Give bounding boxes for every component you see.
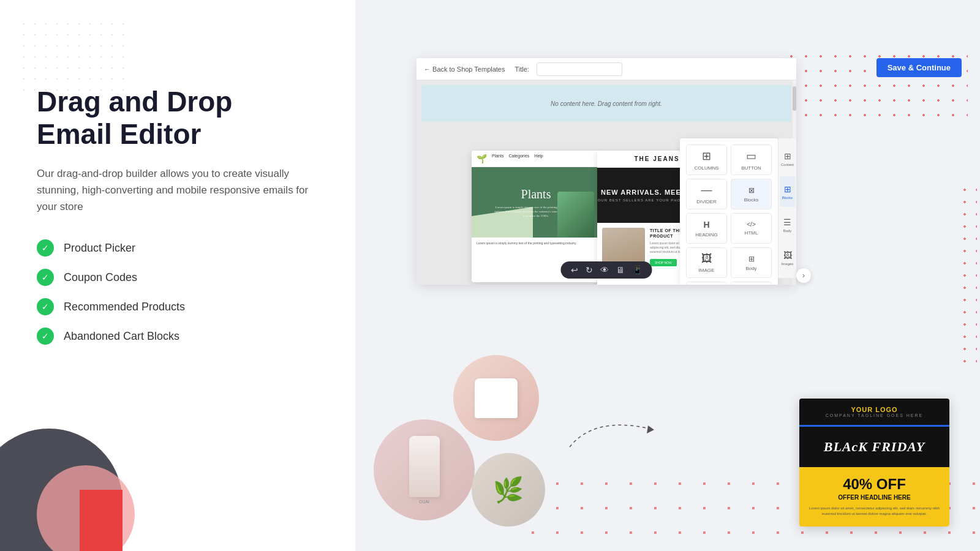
plants-hero: Plants Lorem ipsum is simply dummy text … xyxy=(472,167,600,238)
preview-button[interactable]: 👁 xyxy=(600,265,609,275)
feature-label: Coupon Codes xyxy=(64,271,137,284)
desktop-view-button[interactable]: 🖥 xyxy=(616,265,625,275)
mug-image xyxy=(475,378,518,418)
svg-marker-0 xyxy=(647,425,654,433)
block-html[interactable]: </> HTML xyxy=(731,213,772,244)
content-tab-icon: ⊞ xyxy=(784,151,791,161)
tab-body[interactable]: ☰ Body xyxy=(780,209,796,240)
tab-content[interactable]: ⊞ Content xyxy=(780,143,796,174)
block-image[interactable]: 🖼 IMAGE xyxy=(686,247,727,278)
bf-offer-headline: OFFER HEADLINE HERE xyxy=(807,494,942,501)
decorative-rect-red xyxy=(80,490,123,551)
check-icon: ✓ xyxy=(37,239,54,257)
tab-images[interactable]: 🖼 Images xyxy=(780,242,796,273)
plant-image: 🌿 xyxy=(493,476,524,504)
block-social[interactable]: 👤 SOCIAL xyxy=(731,282,772,285)
heading-icon: H xyxy=(703,220,709,230)
plants-title: Plants xyxy=(521,187,551,201)
back-to-templates-link[interactable]: ← Back to Shop Templates xyxy=(424,66,505,73)
block-divider[interactable]: — DIVIDER xyxy=(686,179,727,209)
editor-topbar: ← Back to Shop Templates Title: xyxy=(417,58,796,80)
bf-logo: YOUR LOGO xyxy=(807,406,942,413)
list-item: ✓ Product Picker xyxy=(37,239,318,257)
dashed-arrow xyxy=(557,392,680,465)
image-icon: 🖼 xyxy=(701,252,712,265)
images-tab-icon: 🖼 xyxy=(783,250,792,260)
block-button[interactable]: ▭ BUTTON xyxy=(731,144,772,175)
mobile-view-button[interactable]: 📱 xyxy=(632,265,643,275)
feature-list: ✓ Product Picker ✓ Coupon Codes ✓ Recomm… xyxy=(37,239,318,345)
sidebar-tabs: ⊞ Content ⊞ Blocks ☰ Body 🖼 Images xyxy=(778,138,796,278)
list-item: ✓ Coupon Codes xyxy=(37,269,318,286)
content-tab-label: Content xyxy=(781,163,794,167)
block-body[interactable]: ⊠ Blocks xyxy=(731,179,772,209)
block-columns[interactable]: ⊞ COLUMNS xyxy=(686,144,727,175)
editor-body: No content here. Drag content from right… xyxy=(417,80,796,285)
main-heading: Drag and Drop Email Editor xyxy=(37,86,318,151)
bf-black-section: BLAcK FRIDAY xyxy=(799,427,949,467)
columns-icon: ⊞ xyxy=(702,149,711,163)
feature-label: Product Picker xyxy=(64,242,135,255)
check-icon: ✓ xyxy=(37,269,54,286)
mug-circle xyxy=(453,355,539,441)
block-heading[interactable]: H HEADING xyxy=(686,213,727,244)
title-label: Title: xyxy=(514,66,529,73)
undo-button[interactable]: ↩ xyxy=(571,265,578,275)
bf-header: YOUR LOGO COMPANY TAGLINE GOES HERE xyxy=(799,399,949,425)
redo-button[interactable]: ↻ xyxy=(586,265,593,275)
check-icon: ✓ xyxy=(37,328,54,345)
html-icon: </> xyxy=(747,221,755,228)
canvas-toolbar: ↩ ↻ 👁 🖥 📱 xyxy=(561,261,652,279)
feature-label: Abandoned Cart Blocks xyxy=(64,330,179,343)
bf-yellow-section: 40% OFF OFFER HEADLINE HERE Lorem ipsum … xyxy=(799,467,949,527)
plants-footer: Lorem ipsum is simply dummy text of the … xyxy=(472,238,600,249)
body-tab-icon: ☰ xyxy=(783,217,791,227)
block-menu[interactable]: ≡ MENU xyxy=(686,282,727,285)
blocks-tab-label: Blocks xyxy=(782,196,793,200)
resize-handle[interactable]: › xyxy=(796,268,811,283)
bottle-circle: OUAI xyxy=(374,419,475,520)
black-friday-template: YOUR LOGO COMPANY TAGLINE GOES HERE BLAc… xyxy=(799,399,949,527)
scrollbar-thumb[interactable] xyxy=(793,86,796,111)
list-item: ✓ Recommended Products xyxy=(37,298,318,315)
bf-discount: 40% OFF xyxy=(807,477,942,492)
save-continue-button[interactable]: Save & Continue xyxy=(876,58,962,77)
body-tab-label: Body xyxy=(783,229,792,233)
block-images[interactable]: ⊞ Body xyxy=(731,247,772,278)
jeans-shop-button[interactable]: SHOP NOW xyxy=(650,259,677,266)
bottle-image: OUAI xyxy=(409,436,440,504)
bf-offer-text: Lorem ipsum dolor sit amet, consectetur … xyxy=(807,506,942,517)
button-icon: ▭ xyxy=(746,149,756,163)
plants-nav: 🌱 Plants Categories Help xyxy=(472,151,600,167)
images-icon: ⊞ xyxy=(748,255,755,263)
blocks-panel: ⊞ COLUMNS ▭ BUTTON — DIVIDER ⊠ Blocks xyxy=(680,138,778,285)
right-panel: Save & Continue ← Back to Shop Templates… xyxy=(355,0,980,551)
no-content-area: No content here. Drag content from right… xyxy=(421,85,791,122)
editor-window: ← Back to Shop Templates Title: No conte… xyxy=(417,58,796,285)
plants-product-img xyxy=(557,192,594,238)
feature-label: Recommended Products xyxy=(64,301,185,313)
list-item: ✓ Abandoned Cart Blocks xyxy=(37,328,318,345)
divider-icon: — xyxy=(701,184,712,197)
bf-headline: BLAcK FRIDAY xyxy=(807,439,942,455)
blocks-tab-icon: ⊞ xyxy=(784,184,791,194)
title-input[interactable] xyxy=(537,62,622,76)
sub-text: Our drag-and-drop builder allows you to … xyxy=(37,165,318,216)
blocks-grid: ⊞ COLUMNS ▭ BUTTON — DIVIDER ⊠ Blocks xyxy=(686,144,772,285)
check-icon: ✓ xyxy=(37,298,54,315)
product-circles: OUAI 🌿 xyxy=(374,355,545,527)
images-tab-label: Images xyxy=(782,262,794,266)
body-icon: ⊠ xyxy=(748,186,755,195)
bf-tagline: COMPANY TAGLINE GOES HERE xyxy=(807,413,942,418)
dot-grid-decoration xyxy=(18,18,129,92)
dot-pattern-mid-right xyxy=(959,184,977,367)
left-panel: Drag and Drop Email Editor Our drag-and-… xyxy=(0,0,355,551)
plant-circle: 🌿 xyxy=(472,453,545,527)
tab-blocks[interactable]: ⊞ Blocks xyxy=(780,176,796,207)
